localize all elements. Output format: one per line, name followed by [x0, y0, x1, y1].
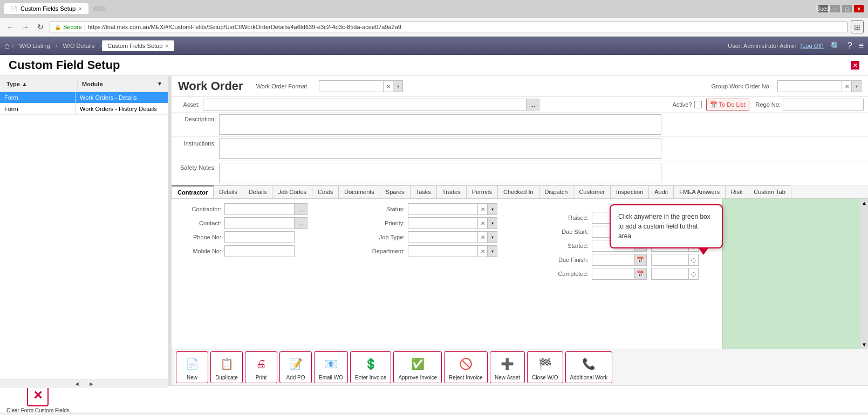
- completed-time-input[interactable]: [651, 268, 689, 280]
- contractor-input[interactable]: [224, 203, 295, 215]
- tab-audit[interactable]: Audit: [649, 185, 674, 198]
- todo-list-btn[interactable]: 📅 To Do List: [706, 99, 749, 110]
- format-input[interactable]: [319, 80, 384, 92]
- toolbar-btn-new[interactable]: 📄 New: [176, 351, 208, 383]
- sidebar-module-col-header[interactable]: Module ▾: [78, 78, 166, 89]
- status-clear-btn[interactable]: ✕: [478, 203, 488, 215]
- breadcrumb-wo-listing[interactable]: W/O Listing: [14, 40, 56, 51]
- priority-input[interactable]: [408, 217, 478, 229]
- clear-form-custom-fields-btn[interactable]: ✕ Clear Form Custom Fields: [6, 385, 70, 413]
- status-dropdown-btn[interactable]: ▾: [488, 203, 497, 215]
- sidebar-scroll-left[interactable]: ◄: [70, 381, 84, 385]
- tab-documents[interactable]: Documents: [339, 185, 380, 198]
- breadcrumb-wo-details[interactable]: W/O Details: [58, 40, 100, 51]
- completed-cal-btn[interactable]: 📅: [635, 268, 647, 280]
- contact-browse-btn[interactable]: ...: [295, 217, 307, 229]
- safety-notes-textarea[interactable]: [219, 163, 661, 183]
- due-finish-date-input[interactable]: [592, 254, 635, 266]
- close-panel-btn[interactable]: ✕: [851, 61, 859, 70]
- tab-customer[interactable]: Customer: [573, 185, 611, 198]
- active-checkbox[interactable]: [694, 101, 702, 108]
- toolbar-btn-enter-invoice[interactable]: 💲 Enter Invoice: [350, 351, 391, 383]
- toolbar-btn-close-wo[interactable]: 🏁 Close W/O: [527, 351, 563, 383]
- address-bar[interactable]: 🔒 Secure | https://trial.mex.com.au/MEX/…: [50, 22, 848, 32]
- tab-risk[interactable]: Risk: [726, 185, 748, 198]
- job-type-input[interactable]: [408, 231, 478, 243]
- toolbar-btn-print[interactable]: 🖨 Print: [245, 351, 277, 383]
- tab-details[interactable]: Details: [243, 185, 273, 198]
- home-icon[interactable]: ⌂: [4, 41, 10, 51]
- back-btn[interactable]: ←: [4, 21, 16, 33]
- phone-input[interactable]: [224, 231, 295, 243]
- active-browser-tab[interactable]: 📄 Custom Fields Setup ×: [4, 3, 88, 14]
- tab-dispatch[interactable]: Dispatch: [539, 185, 574, 198]
- breadcrumb-tab-close[interactable]: ✕: [165, 43, 169, 49]
- tab-contractor[interactable]: Contractor: [172, 185, 214, 198]
- tab-fmea-answers[interactable]: FMEA Answers: [674, 185, 726, 198]
- format-clear-btn[interactable]: ✕: [384, 80, 393, 92]
- close-btn[interactable]: ✕: [854, 5, 864, 12]
- header-menu-btn[interactable]: ≡: [859, 41, 864, 51]
- minimize-btn[interactable]: ─: [830, 5, 840, 12]
- group-wo-input[interactable]: [777, 80, 842, 92]
- completed-date-input[interactable]: [592, 268, 635, 280]
- header-search-btn[interactable]: 🔍: [830, 41, 841, 51]
- group-wo-dropdown-btn[interactable]: ▾: [852, 80, 862, 92]
- scrollbar-down[interactable]: ▼: [862, 342, 867, 348]
- contact-input[interactable]: [224, 217, 295, 229]
- toolbar-btn-duplicate[interactable]: 📋 Duplicate: [210, 351, 243, 383]
- status-input[interactable]: [408, 203, 478, 215]
- tab-trades[interactable]: Trades: [437, 185, 467, 198]
- due-finish-time-input[interactable]: [651, 254, 689, 266]
- restore-btn[interactable]: □: [842, 5, 852, 12]
- header-help-btn[interactable]: ?: [848, 41, 852, 51]
- tab-close-btn[interactable]: ×: [79, 6, 82, 12]
- forward-btn[interactable]: →: [19, 21, 31, 33]
- rego-input[interactable]: [783, 99, 864, 110]
- tab-job-codes[interactable]: Job Codes: [272, 185, 312, 198]
- sidebar-scroll-right[interactable]: ►: [84, 381, 99, 385]
- custom-fields-green-area[interactable]: Click anywhere in the green box to add a…: [722, 199, 868, 349]
- department-input[interactable]: [408, 245, 478, 257]
- refresh-btn[interactable]: ↻: [35, 21, 46, 33]
- contractor-browse-btn[interactable]: ...: [295, 203, 307, 215]
- due-finish-time-btn[interactable]: ◌: [689, 254, 699, 266]
- sidebar-row-0[interactable]: Form Work Orders - Details: [0, 92, 168, 103]
- log-off-link[interactable]: (Log Off): [801, 43, 824, 49]
- breadcrumb-custom-fields-setup[interactable]: Custom Fields Setup ✕: [102, 40, 174, 51]
- job-type-dropdown-btn[interactable]: ▾: [488, 231, 497, 243]
- priority-clear-btn[interactable]: ✕: [478, 217, 488, 229]
- mobile-input[interactable]: [224, 245, 295, 257]
- department-dropdown-btn[interactable]: ▾: [488, 245, 497, 257]
- due-finish-cal-btn[interactable]: 📅: [635, 254, 647, 266]
- tab-inspection[interactable]: Inspection: [611, 185, 649, 198]
- tab-permits[interactable]: Permits: [467, 185, 498, 198]
- nav-search-btn[interactable]: ⊞: [851, 20, 864, 33]
- tab-spares[interactable]: Spares: [380, 185, 411, 198]
- description-textarea[interactable]: [219, 114, 661, 135]
- department-clear-btn[interactable]: ✕: [478, 245, 488, 257]
- tab-costs[interactable]: Costs: [312, 185, 339, 198]
- tab-details[interactable]: Details: [214, 185, 243, 198]
- asset-input[interactable]: [203, 99, 527, 110]
- sidebar-row-1[interactable]: Form Work Orders - History Details: [0, 103, 168, 115]
- tab-tasks[interactable]: Tasks: [411, 185, 437, 198]
- tab-custom-tab[interactable]: Custom Tab: [748, 185, 791, 198]
- instructions-textarea[interactable]: [219, 139, 661, 159]
- job-type-clear-btn[interactable]: ✕: [478, 231, 488, 243]
- toolbar-btn-add-po[interactable]: 📝 Add PO: [279, 351, 312, 383]
- asset-browse-btn[interactable]: ...: [527, 99, 539, 110]
- sidebar-type-col-header[interactable]: Type ▲: [2, 79, 78, 89]
- completed-time-btn[interactable]: ◌: [689, 268, 699, 280]
- toolbar-btn-additional-work[interactable]: 📞 Additional Work: [565, 351, 613, 383]
- scrollbar-up[interactable]: ▲: [862, 200, 867, 206]
- group-wo-clear-btn[interactable]: ✕: [842, 80, 852, 92]
- module-col-sort[interactable]: ▾: [158, 80, 161, 87]
- format-dropdown-btn[interactable]: ▾: [393, 80, 403, 92]
- priority-dropdown-btn[interactable]: ▾: [488, 217, 497, 229]
- toolbar-btn-approve-invoice[interactable]: ✅ Approve Invoice: [393, 351, 442, 383]
- green-area-scrollbar[interactable]: ▲ ▼: [860, 199, 868, 349]
- toolbar-btn-email-wo[interactable]: 📧 Email WO: [314, 351, 348, 383]
- toolbar-btn-new-asset[interactable]: ➕ New Asset: [490, 351, 525, 383]
- toolbar-btn-reject-invoice[interactable]: 🚫 Reject Invoice: [444, 351, 488, 383]
